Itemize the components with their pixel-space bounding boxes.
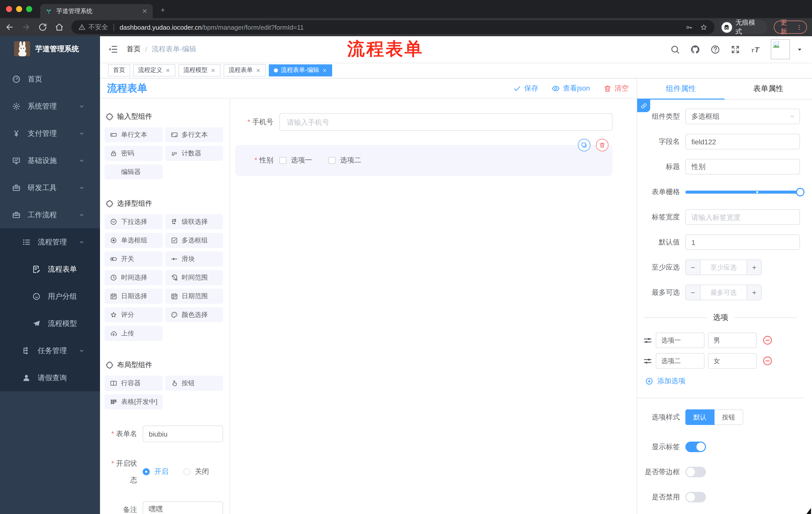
slider-handle[interactable] bbox=[796, 188, 805, 196]
style-default-button[interactable]: 默认 bbox=[685, 409, 715, 425]
search-icon[interactable] bbox=[670, 45, 680, 54]
border-toggle[interactable] bbox=[685, 467, 706, 477]
checkbox-option-2[interactable]: 选项二 bbox=[329, 156, 361, 165]
widget-password[interactable]: 密码 bbox=[105, 146, 163, 161]
sidebar-item-workflow[interactable]: 工作流程 bbox=[0, 201, 100, 228]
widget-table[interactable]: 表格[开发中] bbox=[105, 394, 163, 409]
increase-button[interactable] bbox=[747, 285, 761, 300]
radio-off[interactable] bbox=[183, 468, 191, 475]
bookmark-star-icon[interactable] bbox=[700, 23, 707, 31]
address-bar[interactable]: 不安全 dashboard.yudao.iocoder.cn /bpm/mana… bbox=[71, 20, 715, 34]
radio-on-label[interactable]: 开启 bbox=[154, 467, 168, 476]
phone-input[interactable] bbox=[279, 113, 612, 131]
widget-button[interactable]: 按钮 bbox=[165, 376, 223, 391]
minimize-window-button[interactable] bbox=[16, 6, 22, 12]
widget-date-picker[interactable]: 日期选择 bbox=[105, 289, 163, 304]
tag-process-form[interactable]: 流程表单 bbox=[224, 64, 266, 76]
remove-option-icon[interactable] bbox=[762, 335, 773, 346]
font-size-icon[interactable]: TT bbox=[751, 45, 760, 54]
forward-icon[interactable] bbox=[22, 23, 31, 32]
avatar-caret-icon[interactable] bbox=[796, 46, 803, 53]
sidebar-item-infra[interactable]: 基础设施 bbox=[0, 147, 100, 174]
back-icon[interactable] bbox=[5, 23, 14, 32]
help-icon[interactable] bbox=[710, 45, 720, 54]
form-grid-slider[interactable] bbox=[685, 184, 800, 200]
sidebar-item-system[interactable]: 系统管理 bbox=[0, 92, 100, 120]
component-type-select[interactable] bbox=[685, 109, 800, 124]
canvas-field-phone[interactable]: 手机号 bbox=[235, 113, 612, 131]
widget-slider[interactable]: 滑块 bbox=[165, 251, 223, 267]
browser-menu-icon[interactable] bbox=[796, 24, 803, 30]
close-tag-icon[interactable] bbox=[256, 67, 261, 73]
decrease-button[interactable] bbox=[686, 285, 700, 300]
sidebar-item-user-group[interactable]: 用户分组 bbox=[0, 283, 100, 310]
reload-icon[interactable] bbox=[38, 23, 47, 32]
widget-single-text[interactable]: 单行文本 bbox=[105, 127, 163, 142]
sidebar-item-process-model[interactable]: 流程模型 bbox=[0, 310, 100, 337]
tab-form-props[interactable]: 表单属性 bbox=[725, 78, 812, 99]
close-tag-icon[interactable] bbox=[165, 67, 170, 73]
style-button-button[interactable]: 按钮 bbox=[715, 409, 743, 425]
collapse-sidebar-icon[interactable] bbox=[108, 44, 118, 54]
checkbox-option-1[interactable]: 选项一 bbox=[279, 156, 312, 165]
widget-time-range[interactable]: 时间范围 bbox=[165, 270, 223, 285]
sidebar-item-home[interactable]: 首页 bbox=[0, 65, 100, 92]
tag-home[interactable]: 首页 bbox=[108, 64, 130, 76]
widget-time-picker[interactable]: 时间选择 bbox=[105, 270, 163, 285]
new-tab-button[interactable] bbox=[160, 7, 166, 13]
add-option-button[interactable]: 添加选项 bbox=[645, 377, 804, 386]
sidebar-item-payment[interactable]: 支付管理 bbox=[0, 120, 100, 147]
widget-row-container[interactable]: 行容器 bbox=[105, 376, 163, 391]
sidebar-item-devtools[interactable]: 研发工具 bbox=[0, 174, 100, 201]
tag-process-model[interactable]: 流程模型 bbox=[178, 64, 221, 76]
title-input[interactable] bbox=[685, 159, 800, 174]
sidebar-item-process-form[interactable]: 流程表单 bbox=[0, 255, 100, 283]
slider-track[interactable] bbox=[685, 190, 800, 193]
browser-tab[interactable]: 芋道管理系统 bbox=[40, 4, 153, 18]
duplicate-widget-button[interactable] bbox=[578, 139, 590, 152]
widget-rate[interactable]: 评分 bbox=[105, 307, 163, 322]
checkbox-box[interactable] bbox=[329, 157, 336, 164]
increase-button[interactable] bbox=[747, 260, 761, 275]
widget-color-picker[interactable]: 颜色选择 bbox=[165, 307, 223, 322]
widget-date-range[interactable]: 日期范围 bbox=[165, 289, 223, 304]
max-select-input[interactable] bbox=[700, 285, 747, 300]
password-key-icon[interactable] bbox=[685, 23, 693, 31]
widget-upload[interactable]: 上传 bbox=[105, 326, 163, 341]
radio-off-label[interactable]: 关闭 bbox=[195, 467, 209, 476]
sidebar-item-leave-query[interactable]: 请假查询 bbox=[0, 364, 100, 391]
tab-component-props[interactable]: 组件属性 bbox=[637, 78, 725, 99]
remove-option-icon[interactable] bbox=[762, 356, 773, 366]
field-name-input[interactable] bbox=[685, 134, 800, 150]
save-button[interactable]: 保存 bbox=[513, 84, 539, 93]
option-2-value-input[interactable] bbox=[708, 353, 757, 369]
delete-widget-button[interactable] bbox=[596, 139, 609, 152]
avatar[interactable] bbox=[771, 39, 790, 59]
widget-radio-group[interactable]: 单选框组 bbox=[105, 233, 163, 248]
breadcrumb-home[interactable]: 首页 bbox=[127, 45, 141, 54]
option-1-label-input[interactable] bbox=[656, 332, 704, 348]
radio-on[interactable] bbox=[143, 468, 150, 475]
min-select-input[interactable] bbox=[700, 260, 747, 275]
update-button[interactable]: 更新 bbox=[774, 21, 807, 34]
component-type-value[interactable] bbox=[685, 109, 800, 124]
drag-handle-icon[interactable] bbox=[643, 356, 652, 366]
show-label-toggle[interactable] bbox=[685, 441, 706, 452]
disabled-toggle[interactable] bbox=[685, 492, 706, 503]
widget-editor[interactable]: 编辑器 bbox=[105, 164, 163, 180]
close-tag-icon[interactable] bbox=[210, 67, 215, 73]
form-name-input[interactable] bbox=[143, 426, 223, 442]
decrease-button[interactable] bbox=[686, 260, 700, 275]
home-icon[interactable] bbox=[55, 23, 64, 32]
not-secure-icon[interactable] bbox=[78, 24, 85, 31]
maximize-window-button[interactable] bbox=[26, 6, 32, 12]
option-2-label-input[interactable] bbox=[656, 353, 704, 369]
close-tab-icon[interactable] bbox=[142, 8, 148, 14]
widget-switch[interactable]: 开关 bbox=[105, 251, 163, 267]
widget-checkbox-group[interactable]: 多选框组 bbox=[165, 233, 223, 248]
widget-multi-text[interactable]: 多行文本 bbox=[165, 127, 223, 142]
drag-handle-icon[interactable] bbox=[643, 336, 652, 345]
view-json-button[interactable]: 查看json bbox=[552, 84, 590, 93]
close-tag-icon[interactable] bbox=[322, 67, 327, 73]
form-remark-textarea[interactable]: 嘿嘿 bbox=[143, 502, 223, 514]
